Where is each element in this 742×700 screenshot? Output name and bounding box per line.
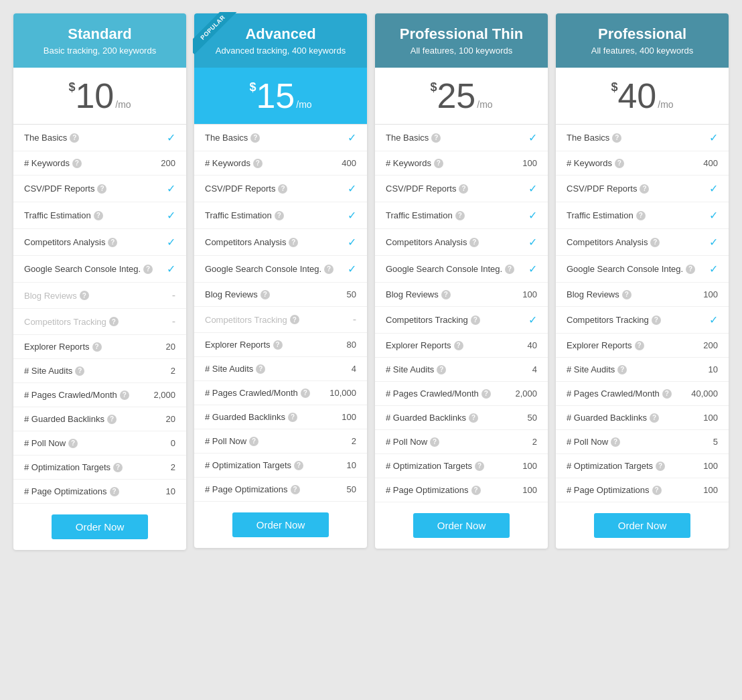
feature-row: # Poll Now ?2 [375, 430, 548, 454]
feature-name: Competitors Analysis ? [567, 237, 660, 247]
help-icon[interactable]: ? [471, 486, 481, 495]
help-icon[interactable]: ? [636, 211, 646, 220]
help-icon[interactable]: ? [656, 462, 665, 471]
plan-name: Professional Thin [386, 25, 537, 43]
help-icon[interactable]: ? [110, 487, 119, 496]
help-icon[interactable]: ? [291, 485, 300, 494]
help-icon[interactable]: ? [273, 340, 283, 350]
order-button-professional[interactable]: Order Now [594, 513, 691, 538]
help-icon[interactable]: ? [635, 341, 644, 350]
feature-row: # Poll Now ?0 [13, 431, 186, 456]
order-button-advanced[interactable]: Order Now [232, 512, 329, 537]
feature-row: # Keywords ?100 [375, 151, 548, 176]
help-icon[interactable]: ? [662, 389, 672, 399]
help-icon[interactable]: ? [471, 316, 480, 325]
help-icon[interactable]: ? [94, 211, 103, 220]
help-icon[interactable]: ? [469, 413, 478, 423]
help-icon[interactable]: ? [481, 389, 491, 399]
help-icon[interactable]: ? [455, 211, 465, 220]
feature-value: 10 [347, 460, 356, 470]
feature-row: # Keywords ?400 [556, 151, 729, 176]
help-icon[interactable]: ? [261, 290, 270, 299]
feature-name: # Poll Now ? [205, 436, 258, 446]
feature-value: 4 [532, 364, 537, 374]
feature-value: 100 [703, 461, 718, 471]
help-icon[interactable]: ? [615, 159, 624, 168]
feature-value: 100 [703, 485, 718, 495]
help-icon[interactable]: ? [431, 133, 441, 143]
help-icon[interactable]: ? [290, 315, 299, 324]
help-icon[interactable]: ? [650, 238, 660, 247]
help-icon[interactable]: ? [72, 159, 82, 168]
feature-row: # Pages Crawled/Month ?2,000 [13, 383, 186, 407]
help-icon[interactable]: ? [611, 437, 620, 447]
feature-row: # Optimization Targets ?100 [375, 454, 548, 478]
help-icon[interactable]: ? [143, 265, 153, 274]
help-icon[interactable]: ? [430, 437, 439, 447]
help-icon[interactable]: ? [120, 391, 129, 400]
help-icon[interactable]: ? [75, 366, 84, 376]
feature-name: The Basics ? [205, 133, 260, 143]
help-icon[interactable]: ? [288, 413, 297, 422]
price-dollar-sign: $ [430, 81, 437, 93]
help-icon[interactable]: ? [469, 238, 479, 247]
plan-name: Standard [24, 25, 175, 43]
help-icon[interactable]: ? [108, 238, 117, 247]
plan-standard: StandardBasic tracking, 200 keywords$10/… [13, 13, 186, 550]
help-icon[interactable]: ? [437, 365, 446, 374]
help-icon[interactable]: ? [617, 365, 627, 374]
feature-value: ✓ [709, 236, 718, 249]
feature-value: 100 [522, 289, 537, 299]
price-amount: $40/mo [567, 78, 718, 113]
help-icon[interactable]: ? [275, 211, 284, 220]
feature-name: # Optimization Targets ? [205, 460, 303, 470]
plan-name: Professional [567, 25, 718, 43]
help-icon[interactable]: ? [475, 462, 484, 471]
feature-name: Blog Reviews ? [24, 291, 89, 301]
feature-name: # Keywords ? [24, 158, 82, 168]
help-icon[interactable]: ? [686, 265, 695, 274]
help-icon[interactable]: ? [250, 133, 260, 143]
help-icon[interactable]: ? [652, 486, 662, 495]
feature-name: Google Search Console Integ. ? [24, 264, 153, 274]
help-icon[interactable]: ? [301, 389, 310, 398]
feature-name: # Site Audits ? [386, 364, 446, 374]
help-icon[interactable]: ? [249, 437, 258, 446]
help-icon[interactable]: ? [80, 291, 89, 300]
help-icon[interactable]: ? [278, 184, 287, 194]
feature-value: ✓ [709, 263, 718, 275]
help-icon[interactable]: ? [505, 265, 514, 274]
feature-row: Google Search Console Integ. ?✓ [375, 256, 548, 283]
help-icon[interactable]: ? [294, 461, 303, 470]
feature-name: Traffic Estimation ? [205, 210, 284, 220]
help-icon[interactable]: ? [97, 184, 106, 194]
help-icon[interactable]: ? [454, 341, 463, 350]
order-button-pro-thin[interactable]: Order Now [413, 513, 510, 538]
help-icon[interactable]: ? [441, 290, 451, 299]
help-icon[interactable]: ? [459, 184, 468, 194]
help-icon[interactable]: ? [92, 342, 102, 352]
help-icon[interactable]: ? [256, 364, 265, 374]
plan-header: Professional ThinAll features, 100 keywo… [375, 13, 548, 68]
help-icon[interactable]: ? [70, 133, 79, 143]
help-icon[interactable]: ? [107, 415, 117, 424]
feature-value: ✓ [348, 263, 356, 275]
help-icon[interactable]: ? [68, 439, 78, 448]
help-icon[interactable]: ? [622, 290, 632, 299]
help-icon[interactable]: ? [434, 159, 443, 168]
help-icon[interactable]: ? [109, 317, 119, 326]
help-icon[interactable]: ? [650, 413, 659, 423]
feature-name: # Keywords ? [205, 158, 263, 168]
help-icon[interactable]: ? [640, 184, 649, 194]
help-icon[interactable]: ? [324, 265, 333, 274]
order-button-standard[interactable]: Order Now [52, 514, 149, 539]
help-icon[interactable]: ? [253, 159, 263, 168]
help-icon[interactable]: ? [113, 463, 123, 472]
help-icon[interactable]: ? [289, 238, 298, 247]
help-icon[interactable]: ? [612, 133, 621, 143]
feature-name: # Poll Now ? [24, 438, 78, 448]
feature-value: 80 [347, 340, 356, 350]
feature-name: # Guarded Backlinks ? [24, 414, 117, 424]
help-icon[interactable]: ? [652, 316, 661, 325]
feature-row: CSV/PDF Reports ?✓ [194, 176, 367, 202]
